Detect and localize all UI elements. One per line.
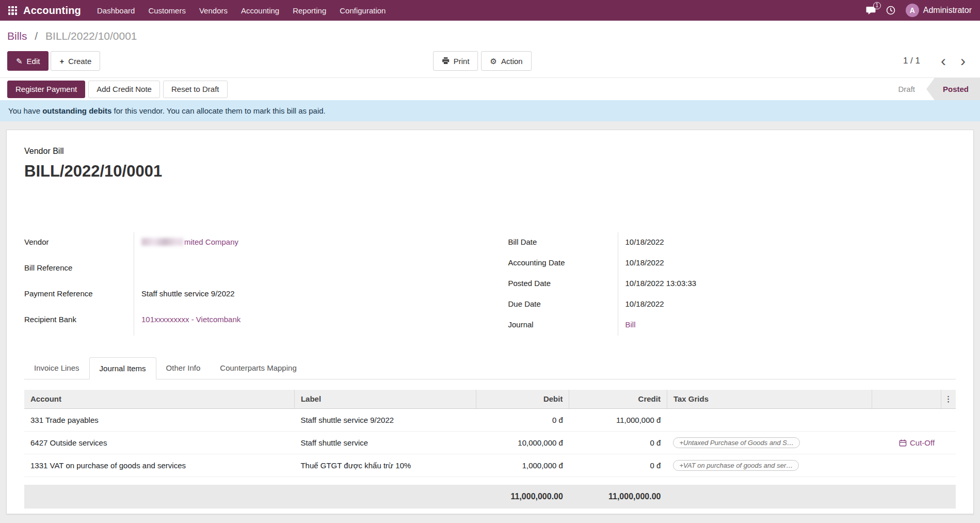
cut-off-link[interactable]: Cut-Off <box>899 438 935 447</box>
gear-icon: ⚙ <box>490 57 497 65</box>
right-field-group: Bill Date 10/18/2022 Accounting Date 10/… <box>508 232 956 336</box>
table-row[interactable]: 1331 VAT on purchase of goods and servic… <box>24 454 956 477</box>
vendor-label: Vendor <box>24 232 134 258</box>
tab-invoice-lines[interactable]: Invoice Lines <box>24 357 89 379</box>
cell-extra: Cut-Off <box>872 431 941 454</box>
optional-columns-toggle-icon[interactable]: ⋮ <box>941 390 956 408</box>
breadcrumb-bills-link[interactable]: Bills <box>7 30 27 42</box>
menu-accounting[interactable]: Accounting <box>234 1 286 20</box>
due-date-label: Due Date <box>508 294 618 315</box>
accounting-date-value: 10/18/2022 <box>618 253 956 274</box>
due-date-value: 10/18/2022 <box>618 294 956 315</box>
cell-account: 6427 Outside services <box>24 431 294 454</box>
user-menu[interactable]: A Administrator <box>906 4 972 17</box>
totals-spacer <box>24 477 956 485</box>
cell-label: Staff shuttle service <box>294 431 476 454</box>
column-header-label: Label <box>294 390 476 408</box>
column-header-debit: Debit <box>476 390 569 408</box>
form-content: Vendor Bill BILL/2022/10/0001 Vendor mit… <box>0 121 980 514</box>
cell-label: Staff shuttle service 9/2022 <box>294 408 476 431</box>
print-button[interactable]: Print <box>433 51 478 71</box>
recipient-bank-value[interactable]: 101xxxxxxxxx - Vietcombank <box>134 310 472 336</box>
payment-reference-label: Payment Reference <box>24 284 134 310</box>
cell-tax-grids <box>667 408 872 431</box>
menu-dashboard[interactable]: Dashboard <box>90 1 141 20</box>
user-name: Administrator <box>923 6 972 15</box>
column-header-extra <box>872 390 941 408</box>
posted-date-label: Posted Date <box>508 274 618 294</box>
table-header-row: Account Label Debit Credit Tax Grids ⋮ <box>24 390 956 408</box>
status-draft[interactable]: Draft <box>887 78 926 100</box>
cell-debit: 0 đ <box>476 408 569 431</box>
cell-debit: 1,000,000 đ <box>476 454 569 477</box>
bill-reference-value <box>134 258 472 284</box>
bill-date-value: 10/18/2022 <box>618 232 956 253</box>
plus-icon: + <box>59 57 64 65</box>
outstanding-debits-alert: You have outstanding debits for this ven… <box>0 100 980 121</box>
cell-extra <box>872 408 941 431</box>
posted-date-value: 10/18/2022 13:03:33 <box>618 274 956 294</box>
printer-icon <box>442 57 449 66</box>
document-type: Vendor Bill <box>24 147 956 156</box>
reset-to-draft-button[interactable]: Reset to Draft <box>163 81 228 98</box>
messages-badge: 1 <box>873 2 881 9</box>
control-panel: Bills / BILL/2022/10/0001 ✎ Edit + Creat… <box>0 21 980 77</box>
edit-button[interactable]: ✎ Edit <box>7 51 49 71</box>
messages-icon[interactable]: 1 <box>866 6 876 15</box>
cell-account: 1331 VAT on purchase of goods and servic… <box>24 454 294 477</box>
menu-customers[interactable]: Customers <box>141 1 192 20</box>
column-header-credit: Credit <box>569 390 667 408</box>
create-button[interactable]: + Create <box>51 51 100 71</box>
add-credit-note-button[interactable]: Add Credit Note <box>88 81 160 98</box>
cell-extra <box>872 454 941 477</box>
pager-previous-icon[interactable]: ‹ <box>934 53 953 69</box>
control-panel-buttons: ✎ Edit + Create Print ⚙ Action <box>7 51 973 71</box>
calendar-icon <box>899 438 907 447</box>
column-header-tax-grids: Tax Grids <box>667 390 872 408</box>
cell-tax-grids: +Untaxed Purchase of Goods and S… <box>667 431 872 454</box>
tab-other-info[interactable]: Other Info <box>156 357 211 379</box>
breadcrumb-separator: / <box>35 30 38 42</box>
bill-sheet: Vendor Bill BILL/2022/10/0001 Vendor mit… <box>6 130 974 514</box>
total-debit: 11,000,000.00 <box>476 485 569 509</box>
page: Accounting Dashboard Customers Vendors A… <box>0 0 980 523</box>
cell-credit: 0 đ <box>569 431 667 454</box>
cell-credit: 11,000,000 đ <box>569 408 667 431</box>
register-payment-button[interactable]: Register Payment <box>7 81 85 98</box>
menu-configuration[interactable]: Configuration <box>333 1 392 20</box>
accounting-date-label: Accounting Date <box>508 253 618 274</box>
apps-grid-icon[interactable] <box>8 6 17 15</box>
breadcrumb: Bills / BILL/2022/10/0001 <box>7 30 973 42</box>
table-row[interactable]: 6427 Outside services Staff shuttle serv… <box>24 431 956 454</box>
menu-vendors[interactable]: Vendors <box>192 1 234 20</box>
bill-date-label: Bill Date <box>508 232 618 253</box>
redacted-vendor-name <box>141 238 184 246</box>
breadcrumb-current: BILL/2022/10/0001 <box>45 30 137 42</box>
notebook-tabs: Invoice Lines Journal Items Other Info C… <box>24 357 956 379</box>
menu-reporting[interactable]: Reporting <box>286 1 333 20</box>
field-groups: Vendor mited Company Bill Reference Paym… <box>24 232 956 336</box>
pager-count: 1 / 1 <box>903 56 920 66</box>
tax-grid-tag: +Untaxed Purchase of Goods and S… <box>673 437 800 448</box>
tab-counterparts-mapping[interactable]: Counterparts Mapping <box>210 357 306 379</box>
action-button[interactable]: ⚙ Action <box>481 51 532 71</box>
table-row[interactable]: 331 Trade payables Staff shuttle service… <box>24 408 956 431</box>
total-credit: 11,000,000.00 <box>569 485 667 509</box>
cell-label: Thuế GTGT được khấu trừ 10% <box>294 454 476 477</box>
left-field-group: Vendor mited Company Bill Reference Paym… <box>24 232 472 336</box>
pager: 1 / 1 ‹ › <box>903 53 973 69</box>
payment-reference-value: Staff shuttle service 9/2022 <box>134 284 472 310</box>
activities-clock-icon[interactable] <box>886 6 895 15</box>
status-posted[interactable]: Posted <box>926 78 980 100</box>
journal-value[interactable]: Bill <box>618 315 956 336</box>
pager-next-icon[interactable]: › <box>953 53 973 69</box>
avatar: A <box>906 4 919 17</box>
page-title: BILL/2022/10/0001 <box>24 162 956 181</box>
vendor-value[interactable]: mited Company <box>134 232 472 258</box>
top-navbar: Accounting Dashboard Customers Vendors A… <box>0 0 980 21</box>
tab-journal-items[interactable]: Journal Items <box>89 357 156 379</box>
cell-tax-grids: +VAT on purchase of goods and ser… <box>667 454 872 477</box>
app-name[interactable]: Accounting <box>23 5 81 17</box>
tax-grid-tag: +VAT on purchase of goods and ser… <box>673 460 799 471</box>
main-menu: Dashboard Customers Vendors Accounting R… <box>90 1 392 20</box>
